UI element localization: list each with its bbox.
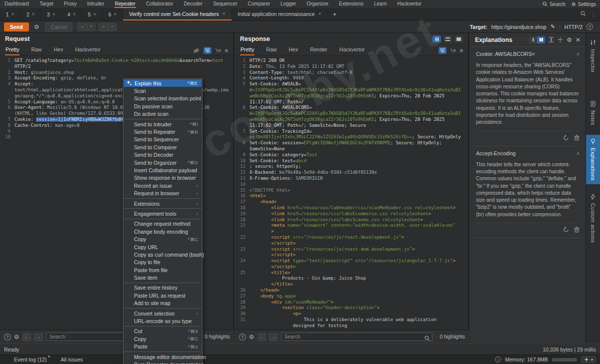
menu-item-organizer[interactable]: Organizer	[306, 0, 329, 8]
tab-hex[interactable]: Hex	[288, 45, 298, 55]
context-menu-item-send-to-organizer[interactable]: Send to Organizer^⌘O	[124, 159, 202, 166]
rail-tab-inspector[interactable]: Inspector	[586, 36, 600, 76]
tab-pretty[interactable]: Pretty	[240, 45, 254, 55]
edit-target-pencil-icon[interactable]: ✎	[550, 23, 555, 30]
context-menu-item-paste-url-as-request[interactable]: Paste URL as request	[124, 292, 202, 299]
context-menu-item-show-response-in-browser[interactable]: Show response in browser	[124, 174, 202, 182]
history-back-buttons[interactable]: < ▾	[78, 23, 96, 31]
rail-tab-custom-actions[interactable]: Custom actions	[586, 190, 600, 246]
tab-overflow-menu-icon[interactable]: ⋮	[591, 11, 596, 17]
context-menu-item-send-to-decoder[interactable]: Send to Decoder	[124, 151, 202, 159]
menu-item-intruder[interactable]: Intruder	[86, 0, 104, 8]
menu-item-proxy[interactable]: Proxy	[64, 0, 78, 8]
close-icon[interactable]: ×	[222, 11, 226, 16]
prev-match-button[interactable]: ←	[22, 333, 32, 341]
response-editor[interactable]: 1HTTP/2 200 OK2Date: Thu, 13 Feb 2025 11…	[235, 56, 468, 330]
repeater-tab-6[interactable]: 6×	[102, 8, 123, 20]
search-settings-gear-icon[interactable]: ⚙	[14, 334, 20, 341]
context-menu-item-copy[interactable]: Copy^⌘C	[124, 235, 202, 243]
menu-item-learn[interactable]: Learn	[374, 0, 388, 8]
tab-raw[interactable]: Raw	[30, 45, 42, 55]
tab-hackvertor[interactable]: Hackvertor	[74, 45, 101, 55]
menu-item-extensions[interactable]: Extensions	[338, 0, 364, 8]
cancel-button[interactable]: Cancel	[45, 22, 72, 31]
back-dropdown[interactable]: ▾	[87, 23, 96, 31]
tab-raw[interactable]: Raw	[266, 45, 277, 55]
close-icon[interactable]: ×	[318, 11, 322, 16]
context-menu-item-send-to-comparer[interactable]: Send to Comparer	[124, 143, 202, 151]
panel-layout-toggle[interactable]	[529, 36, 545, 43]
layout-rows-icon[interactable]	[444, 35, 452, 42]
repeater-tab-5[interactable]: 5×	[82, 8, 102, 20]
repeater-tab-initial-application-reconnaissance[interactable]: Initial application reconnaissance×	[232, 8, 328, 20]
forward-button[interactable]: >	[98, 23, 108, 31]
settings-button[interactable]: ⚙ Settings	[572, 1, 596, 7]
menu-item-comparer[interactable]: Comparer	[248, 0, 270, 8]
tab-pretty[interactable]: Pretty	[5, 45, 20, 55]
menu-item-logger[interactable]: Logger	[280, 0, 296, 8]
close-icon[interactable]: ×	[52, 11, 56, 17]
context-menu-item-request-in-browser[interactable]: Request in browser›	[124, 189, 202, 197]
send-settings-gear-icon[interactable]: ⚙	[34, 23, 40, 30]
new-tab-button[interactable]: +	[328, 8, 342, 20]
context-menu-item-send-to-sequencer[interactable]: Send to Sequencer	[124, 136, 202, 143]
trash-icon[interactable]	[574, 226, 580, 235]
context-menu-item-add-to-site-map[interactable]: Add to site map	[124, 300, 202, 307]
menu-item-decoder[interactable]: Decoder	[183, 0, 203, 8]
layout-left-icon[interactable]	[529, 36, 537, 43]
layout-solid-icon[interactable]	[454, 35, 463, 42]
send-button[interactable]: Send	[4, 22, 29, 31]
close-icon[interactable]: ×	[12, 11, 14, 17]
close-icon[interactable]: ×	[32, 11, 35, 17]
context-menu-item-burp-repeater-documentation[interactable]: Burp Repeater documentation	[124, 361, 202, 364]
context-menu-item-cut[interactable]: Cut^⌘X	[124, 328, 202, 335]
context-menu-item-insert-collaborator-payload[interactable]: Insert Collaborator payload	[124, 166, 202, 174]
context-menu-item-paste-from-file[interactable]: Paste from file	[124, 266, 202, 274]
editor-menu-icon[interactable]: ≡	[460, 47, 463, 53]
back-button[interactable]: <	[78, 23, 87, 31]
next-match-button[interactable]: →	[34, 333, 43, 341]
tab-search-icon[interactable]	[580, 11, 586, 17]
hide-icon[interactable]	[193, 48, 200, 53]
newline-chars-icon[interactable]: \n	[216, 48, 221, 53]
menu-item-repeater[interactable]: Repeater	[114, 0, 136, 8]
context-menu-item-extensions[interactable]: Extensions›	[124, 200, 202, 207]
next-match-button[interactable]: →	[269, 333, 278, 341]
expand-all-icon[interactable]	[548, 35, 554, 44]
close-icon[interactable]: ×	[114, 11, 117, 17]
menu-item-hackvertor[interactable]: Hackvertor	[397, 0, 422, 8]
explanation-card-header[interactable]: Accept-Encoding∧	[476, 150, 580, 156]
repeater-tab-verify-control-over-set-cookie-headers[interactable]: Verify control over Set-Cookie headers×	[123, 8, 232, 20]
context-menu-item-message-editor-documentation[interactable]: Message editor documentation	[124, 353, 202, 361]
search-settings-gear-icon[interactable]: ⚙	[249, 334, 254, 341]
help-icon[interactable]: ?	[4, 334, 11, 341]
chevron-up-icon[interactable]: ∧	[576, 51, 580, 56]
context-menu-item-explain-this[interactable]: Explain this^⌘E	[124, 79, 202, 87]
context-menu-item-convert-selection[interactable]: Convert selection›	[124, 310, 202, 317]
repeater-tab-1[interactable]: 1×	[0, 8, 20, 20]
refresh-icon[interactable]	[563, 226, 569, 235]
close-icon[interactable]: ✕	[576, 36, 580, 43]
context-menu-item-record-an-issue[interactable]: Record an issue›	[124, 182, 202, 189]
explanations-settings-gear-icon[interactable]: ⚙	[566, 36, 572, 43]
context-menu-item-do-passive-scan[interactable]: Do passive scan	[124, 102, 202, 110]
chevron-up-icon[interactable]: ∧	[576, 151, 580, 156]
prev-match-button[interactable]: ←	[258, 333, 266, 341]
context-menu-item-change-request-method[interactable]: Change request method	[124, 220, 202, 228]
event-log-button[interactable]: Event log (12)	[14, 357, 46, 363]
help-icon[interactable]: ?	[239, 334, 246, 341]
forward-dropdown[interactable]: ▾	[108, 23, 116, 31]
pause-updates-icon[interactable]	[432, 35, 441, 42]
close-icon[interactable]: ×	[73, 11, 76, 17]
repeater-tab-3[interactable]: 3×	[41, 8, 62, 20]
refresh-icon[interactable]	[563, 134, 569, 143]
soft-wrap-icon[interactable]	[204, 47, 212, 54]
context-menu-item-send-to-intruder[interactable]: Send to Intruder^⌘I	[124, 120, 202, 128]
context-menu-item-scan-selected-insertion-point[interactable]: Scan selected insertion point	[124, 95, 202, 102]
repeater-tab-4[interactable]: 4×	[62, 8, 82, 20]
soft-wrap-icon[interactable]	[438, 47, 446, 54]
history-forward-buttons[interactable]: > ▾	[98, 23, 116, 31]
layout-right-icon[interactable]	[537, 36, 545, 43]
context-menu-item-copy-to-file[interactable]: Copy to file	[124, 259, 202, 266]
close-icon[interactable]: ×	[94, 11, 96, 17]
